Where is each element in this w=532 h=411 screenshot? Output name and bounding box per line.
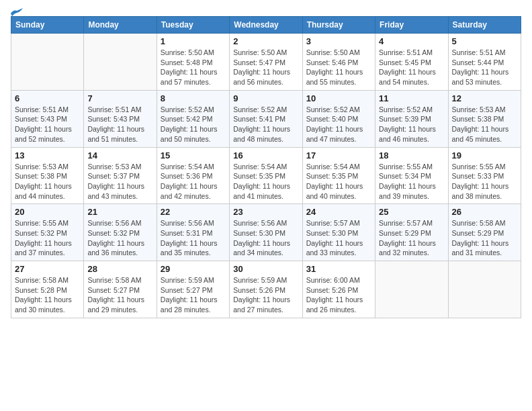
day-number: 30 xyxy=(233,264,298,274)
day-number: 4 xyxy=(379,36,444,46)
calendar-cell: 19Sunrise: 5:55 AM Sunset: 5:33 PM Dayli… xyxy=(448,147,521,204)
day-info: Sunrise: 5:57 AM Sunset: 5:29 PM Dayligh… xyxy=(379,218,444,258)
day-info: Sunrise: 5:58 AM Sunset: 5:28 PM Dayligh… xyxy=(15,275,80,315)
calendar-cell xyxy=(84,34,157,91)
day-number: 1 xyxy=(161,36,226,46)
calendar-cell: 23Sunrise: 5:56 AM Sunset: 5:30 PM Dayli… xyxy=(230,204,302,261)
day-info: Sunrise: 5:54 AM Sunset: 5:35 PM Dayligh… xyxy=(306,162,371,201)
day-info: Sunrise: 5:56 AM Sunset: 5:32 PM Dayligh… xyxy=(87,218,152,258)
calendar-cell: 3Sunrise: 5:50 AM Sunset: 5:46 PM Daylig… xyxy=(302,34,375,91)
day-info: Sunrise: 5:52 AM Sunset: 5:42 PM Dayligh… xyxy=(161,105,226,144)
calendar-cell: 30Sunrise: 5:59 AM Sunset: 5:26 PM Dayli… xyxy=(230,261,302,318)
day-number: 8 xyxy=(161,93,226,103)
calendar-week-5: 27Sunrise: 5:58 AM Sunset: 5:28 PM Dayli… xyxy=(11,261,521,318)
column-header-sunday: Sunday xyxy=(11,17,84,34)
day-number: 19 xyxy=(452,150,517,161)
day-number: 28 xyxy=(87,264,152,274)
calendar-cell: 14Sunrise: 5:53 AM Sunset: 5:37 PM Dayli… xyxy=(84,147,157,204)
day-number: 17 xyxy=(306,150,371,161)
day-info: Sunrise: 5:55 AM Sunset: 5:34 PM Dayligh… xyxy=(379,162,444,201)
calendar-cell: 2Sunrise: 5:50 AM Sunset: 5:47 PM Daylig… xyxy=(230,34,302,91)
day-info: Sunrise: 5:59 AM Sunset: 5:27 PM Dayligh… xyxy=(161,275,226,315)
calendar-cell: 29Sunrise: 5:59 AM Sunset: 5:27 PM Dayli… xyxy=(157,261,229,318)
day-number: 13 xyxy=(15,150,80,161)
day-info: Sunrise: 5:56 AM Sunset: 5:30 PM Dayligh… xyxy=(233,218,298,258)
day-number: 15 xyxy=(161,150,226,161)
day-info: Sunrise: 5:57 AM Sunset: 5:30 PM Dayligh… xyxy=(306,218,371,258)
calendar-cell: 20Sunrise: 5:55 AM Sunset: 5:32 PM Dayli… xyxy=(11,204,84,261)
day-info: Sunrise: 5:51 AM Sunset: 5:44 PM Dayligh… xyxy=(452,48,517,87)
calendar-week-1: 1Sunrise: 5:50 AM Sunset: 5:48 PM Daylig… xyxy=(11,34,521,91)
day-number: 11 xyxy=(379,93,444,103)
day-info: Sunrise: 5:52 AM Sunset: 5:39 PM Dayligh… xyxy=(379,105,444,144)
day-info: Sunrise: 5:50 AM Sunset: 5:48 PM Dayligh… xyxy=(161,48,226,87)
calendar-cell: 9Sunrise: 5:52 AM Sunset: 5:41 PM Daylig… xyxy=(230,90,302,147)
calendar-cell: 8Sunrise: 5:52 AM Sunset: 5:42 PM Daylig… xyxy=(157,90,229,147)
column-header-tuesday: Tuesday xyxy=(157,17,229,34)
calendar-cell: 16Sunrise: 5:54 AM Sunset: 5:35 PM Dayli… xyxy=(230,147,302,204)
day-info: Sunrise: 5:56 AM Sunset: 5:31 PM Dayligh… xyxy=(161,218,226,258)
day-number: 25 xyxy=(379,207,444,217)
day-info: Sunrise: 5:51 AM Sunset: 5:43 PM Dayligh… xyxy=(87,105,152,144)
day-info: Sunrise: 5:53 AM Sunset: 5:38 PM Dayligh… xyxy=(452,105,517,144)
calendar-cell: 5Sunrise: 5:51 AM Sunset: 5:44 PM Daylig… xyxy=(448,34,521,91)
day-number: 26 xyxy=(452,207,517,217)
day-info: Sunrise: 5:54 AM Sunset: 5:36 PM Dayligh… xyxy=(161,162,226,201)
calendar-cell: 4Sunrise: 5:51 AM Sunset: 5:45 PM Daylig… xyxy=(375,34,448,91)
calendar-cell: 1Sunrise: 5:50 AM Sunset: 5:48 PM Daylig… xyxy=(157,34,229,91)
day-number: 29 xyxy=(161,264,226,274)
day-info: Sunrise: 5:55 AM Sunset: 5:32 PM Dayligh… xyxy=(15,218,80,258)
day-number: 21 xyxy=(87,207,152,217)
calendar-cell xyxy=(375,261,448,318)
column-header-wednesday: Wednesday xyxy=(230,17,302,34)
day-info: Sunrise: 5:53 AM Sunset: 5:37 PM Dayligh… xyxy=(87,162,152,201)
calendar-cell: 6Sunrise: 5:51 AM Sunset: 5:43 PM Daylig… xyxy=(11,90,84,147)
calendar-header-row: SundayMondayTuesdayWednesdayThursdayFrid… xyxy=(11,17,521,34)
calendar-cell: 21Sunrise: 5:56 AM Sunset: 5:32 PM Dayli… xyxy=(84,204,157,261)
calendar-cell: 24Sunrise: 5:57 AM Sunset: 5:30 PM Dayli… xyxy=(302,204,375,261)
day-info: Sunrise: 5:58 AM Sunset: 5:29 PM Dayligh… xyxy=(452,218,517,258)
column-header-saturday: Saturday xyxy=(448,17,521,34)
column-header-friday: Friday xyxy=(375,17,448,34)
calendar-cell xyxy=(448,261,521,318)
day-info: Sunrise: 5:54 AM Sunset: 5:35 PM Dayligh… xyxy=(233,162,298,201)
day-number: 18 xyxy=(379,150,444,161)
day-info: Sunrise: 5:50 AM Sunset: 5:46 PM Dayligh… xyxy=(306,48,371,87)
calendar-cell: 31Sunrise: 6:00 AM Sunset: 5:26 PM Dayli… xyxy=(302,261,375,318)
day-number: 31 xyxy=(306,264,371,274)
day-info: Sunrise: 5:52 AM Sunset: 5:40 PM Dayligh… xyxy=(306,105,371,144)
day-number: 16 xyxy=(233,150,298,161)
day-number: 5 xyxy=(452,36,517,46)
calendar-cell: 13Sunrise: 5:53 AM Sunset: 5:38 PM Dayli… xyxy=(11,147,84,204)
day-info: Sunrise: 5:53 AM Sunset: 5:38 PM Dayligh… xyxy=(15,162,80,201)
calendar-cell: 18Sunrise: 5:55 AM Sunset: 5:34 PM Dayli… xyxy=(375,147,448,204)
calendar-cell: 10Sunrise: 5:52 AM Sunset: 5:40 PM Dayli… xyxy=(302,90,375,147)
day-info: Sunrise: 5:51 AM Sunset: 5:43 PM Dayligh… xyxy=(15,105,80,144)
day-info: Sunrise: 5:55 AM Sunset: 5:33 PM Dayligh… xyxy=(452,162,517,201)
day-number: 3 xyxy=(306,36,371,46)
calendar-cell: 7Sunrise: 5:51 AM Sunset: 5:43 PM Daylig… xyxy=(84,90,157,147)
logo-bird-icon xyxy=(11,8,23,17)
day-number: 9 xyxy=(233,93,298,103)
calendar-cell: 15Sunrise: 5:54 AM Sunset: 5:36 PM Dayli… xyxy=(157,147,229,204)
calendar-table: SundayMondayTuesdayWednesdayThursdayFrid… xyxy=(11,16,521,318)
day-info: Sunrise: 5:51 AM Sunset: 5:45 PM Dayligh… xyxy=(379,48,444,87)
day-info: Sunrise: 5:50 AM Sunset: 5:47 PM Dayligh… xyxy=(233,48,298,87)
calendar-cell: 22Sunrise: 5:56 AM Sunset: 5:31 PM Dayli… xyxy=(157,204,229,261)
calendar-week-2: 6Sunrise: 5:51 AM Sunset: 5:43 PM Daylig… xyxy=(11,90,521,147)
calendar-cell: 25Sunrise: 5:57 AM Sunset: 5:29 PM Dayli… xyxy=(375,204,448,261)
calendar-cell xyxy=(11,34,84,91)
day-number: 12 xyxy=(452,93,517,103)
day-number: 27 xyxy=(15,264,80,274)
calendar-cell: 26Sunrise: 5:58 AM Sunset: 5:29 PM Dayli… xyxy=(448,204,521,261)
column-header-thursday: Thursday xyxy=(302,17,375,34)
calendar-week-3: 13Sunrise: 5:53 AM Sunset: 5:38 PM Dayli… xyxy=(11,147,521,204)
column-header-monday: Monday xyxy=(84,17,157,34)
calendar-cell: 17Sunrise: 5:54 AM Sunset: 5:35 PM Dayli… xyxy=(302,147,375,204)
day-number: 10 xyxy=(306,93,371,103)
day-number: 24 xyxy=(306,207,371,217)
day-number: 23 xyxy=(233,207,298,217)
calendar-week-4: 20Sunrise: 5:55 AM Sunset: 5:32 PM Dayli… xyxy=(11,204,521,261)
calendar-cell: 27Sunrise: 5:58 AM Sunset: 5:28 PM Dayli… xyxy=(11,261,84,318)
day-number: 22 xyxy=(161,207,226,217)
